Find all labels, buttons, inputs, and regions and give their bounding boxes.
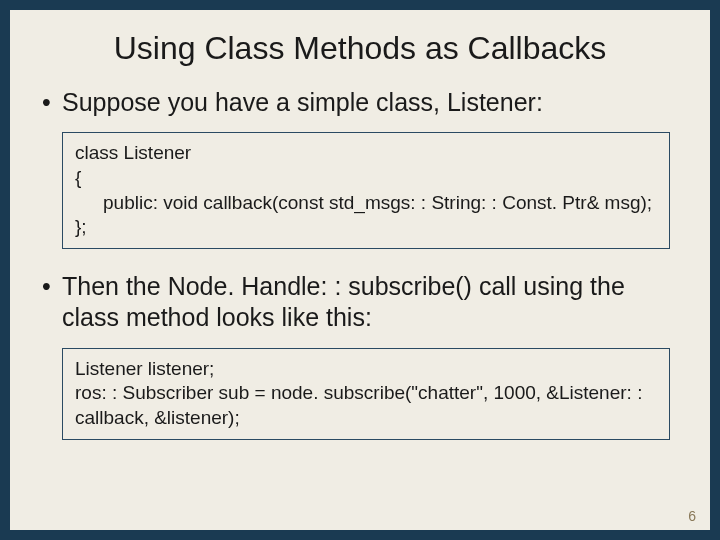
slide: Using Class Methods as Callbacks Suppose… bbox=[0, 0, 720, 540]
code-block-2: Listener listener; ros: : Subscriber sub… bbox=[62, 348, 670, 440]
code-line: public: void callback(const std_msgs: : … bbox=[75, 191, 657, 216]
code-line: ros: : Subscriber sub = node. subscribe(… bbox=[75, 381, 657, 430]
code-line: { bbox=[75, 166, 657, 191]
code-line: Listener listener; bbox=[75, 357, 657, 382]
code-line: }; bbox=[75, 215, 657, 240]
bullet-2: Then the Node. Handle: : subscribe() cal… bbox=[40, 271, 680, 334]
page-number: 6 bbox=[688, 508, 696, 524]
code-block-1: class Listener { public: void callback(c… bbox=[62, 132, 670, 249]
code-line: class Listener bbox=[75, 141, 657, 166]
slide-inner: Using Class Methods as Callbacks Suppose… bbox=[10, 10, 710, 530]
bullet-1: Suppose you have a simple class, Listene… bbox=[40, 87, 680, 118]
slide-title: Using Class Methods as Callbacks bbox=[40, 30, 680, 67]
